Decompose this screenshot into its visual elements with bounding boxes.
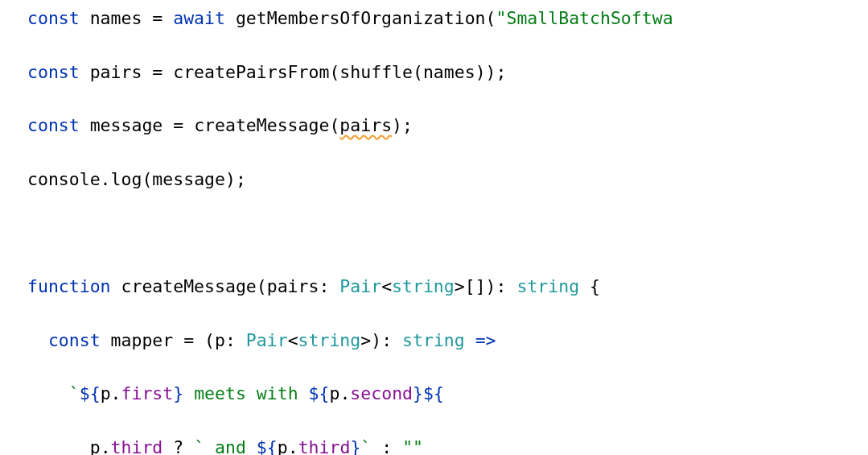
keyword-function: function	[27, 276, 121, 296]
code-line-5	[27, 220, 860, 246]
ident-pairs-wavy: pairs	[339, 115, 392, 135]
code-line-3: const message = createMessage(pairs);	[27, 112, 860, 139]
code-line-6: function createMessage(pairs: Pair<strin…	[27, 273, 860, 300]
arrow: =>	[475, 330, 496, 350]
fn-getMembersOfOrganization: getMembersOfOrganization	[236, 8, 486, 28]
string-literal: "SmallBatchSoftwa	[496, 8, 673, 28]
prop-second: second	[350, 383, 413, 403]
code-line-4: console.log(message);	[27, 166, 860, 192]
code-line-9: p.third ? ` and ${p.third}` : ""	[27, 434, 860, 455]
code-line-1: const names = await getMembersOfOrganiza…	[27, 5, 860, 31]
keyword-const: const	[27, 8, 90, 28]
type-Pair: Pair	[339, 276, 381, 296]
fn-decl-createMessage: createMessage	[121, 276, 257, 296]
ident-names: names	[90, 8, 153, 28]
code-line-2: const pairs = createPairsFrom(shuffle(na…	[27, 59, 860, 85]
code-block: const names = await getMembersOfOrganiza…	[0, 0, 868, 455]
code-line-8: `${p.first} meets with ${p.second}${	[27, 380, 860, 407]
code-line-7: const mapper = (p: Pair<string>): string…	[27, 327, 860, 354]
prop-third: third	[111, 437, 163, 455]
prop-first: first	[121, 383, 174, 403]
keyword-await: await	[173, 8, 236, 28]
